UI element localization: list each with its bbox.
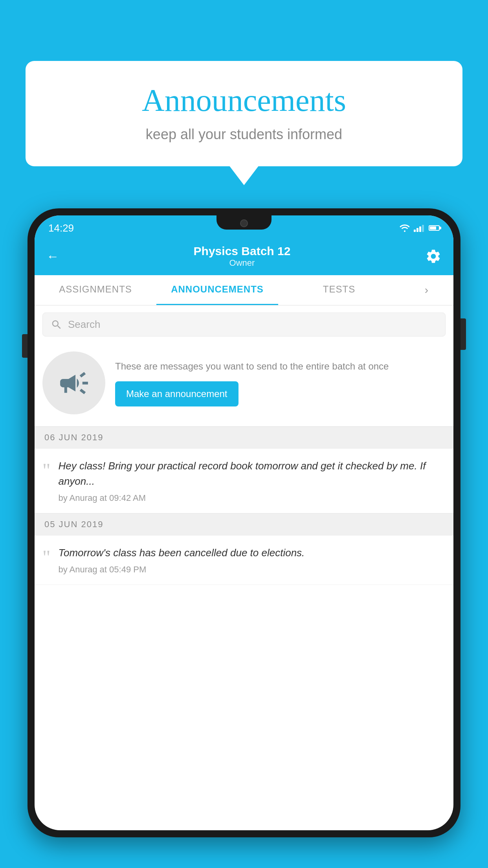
search-icon xyxy=(51,319,62,331)
batch-title: Physics Batch 12 xyxy=(194,245,291,258)
tab-assignments[interactable]: ASSIGNMENTS xyxy=(35,275,156,305)
header-center: Physics Batch 12 Owner xyxy=(194,245,291,268)
back-button[interactable]: ← xyxy=(46,249,59,264)
camera-notch xyxy=(240,219,248,227)
announcement-meta-2: by Anurag at 05:49 PM xyxy=(58,565,446,575)
tab-bar: ASSIGNMENTS ANNOUNCEMENTS TESTS › xyxy=(35,275,453,305)
announcement-text-2: Tomorrow's class has been cancelled due … xyxy=(58,545,446,561)
announcement-prompt: These are messages you want to send to t… xyxy=(35,344,453,427)
tab-announcements[interactable]: ANNOUNCEMENTS xyxy=(156,275,278,305)
speech-bubble-container: Announcements keep all your students inf… xyxy=(26,61,462,166)
phone-notch xyxy=(216,215,272,230)
battery-icon xyxy=(429,225,440,231)
phone-outer: 14:29 xyxy=(28,208,460,837)
announcement-text-1: Hey class! Bring your practical record b… xyxy=(58,458,446,489)
date-separator-2: 05 JUN 2019 xyxy=(35,513,453,535)
announcement-icon-circle xyxy=(42,351,105,414)
speech-bubble-subtitle: keep all your students informed xyxy=(49,126,439,143)
wifi-icon xyxy=(399,223,411,233)
make-announcement-button[interactable]: Make an announcement xyxy=(115,381,238,406)
announcement-item-1[interactable]: " Hey class! Bring your practical record… xyxy=(35,449,453,513)
app-header: ← Physics Batch 12 Owner xyxy=(35,237,453,275)
status-time: 14:29 xyxy=(48,222,74,234)
phone-wrapper: 14:29 xyxy=(28,208,460,868)
announcement-right: These are messages you want to send to t… xyxy=(115,359,444,406)
speech-bubble: Announcements keep all your students inf… xyxy=(26,61,462,166)
phone-screen: 14:29 xyxy=(35,215,453,830)
quote-icon-1: " xyxy=(42,460,50,480)
quote-icon-2: " xyxy=(42,547,50,567)
announcement-item-2[interactable]: " Tomorrow's class has been cancelled du… xyxy=(35,535,453,585)
search-bar[interactable]: Search xyxy=(42,313,446,337)
gear-icon[interactable] xyxy=(425,248,442,265)
tab-tests[interactable]: TESTS xyxy=(278,275,400,305)
tab-more[interactable]: › xyxy=(400,275,453,305)
announcement-content-1: Hey class! Bring your practical record b… xyxy=(58,458,446,503)
announcement-description: These are messages you want to send to t… xyxy=(115,359,444,373)
date-separator-1: 06 JUN 2019 xyxy=(35,427,453,449)
search-placeholder: Search xyxy=(68,318,100,331)
content-area: Search These are messages you want to se… xyxy=(35,305,453,585)
status-icons xyxy=(399,223,440,233)
announcement-content-2: Tomorrow's class has been cancelled due … xyxy=(58,545,446,575)
batch-role: Owner xyxy=(194,258,291,268)
signal-icon xyxy=(414,224,424,232)
announcement-meta-1: by Anurag at 09:42 AM xyxy=(58,493,446,503)
speech-bubble-title: Announcements xyxy=(49,83,439,118)
megaphone-icon xyxy=(57,366,91,400)
